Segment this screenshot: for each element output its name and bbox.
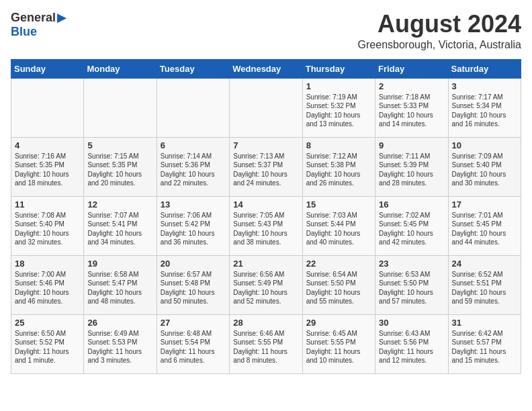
calendar-cell: 15Sunrise: 7:03 AM Sunset: 5:44 PM Dayli…	[302, 196, 375, 255]
calendar-cell: 18Sunrise: 7:00 AM Sunset: 5:46 PM Dayli…	[11, 255, 84, 314]
month-title: August 2024	[358, 11, 521, 38]
day-number: 9	[379, 140, 444, 150]
day-number: 29	[306, 318, 371, 328]
day-header-sunday: Sunday	[11, 59, 84, 78]
calendar-cell: 7Sunrise: 7:13 AM Sunset: 5:37 PM Daylig…	[230, 137, 302, 196]
day-number: 22	[306, 259, 371, 269]
day-number: 4	[15, 140, 80, 150]
logo-blue-text: Blue	[11, 25, 66, 39]
day-info: Sunrise: 6:54 AM Sunset: 5:50 PM Dayligh…	[306, 270, 371, 306]
calendar-cell: 25Sunrise: 6:50 AM Sunset: 5:52 PM Dayli…	[11, 314, 84, 373]
calendar-cell: 24Sunrise: 6:52 AM Sunset: 5:51 PM Dayli…	[448, 255, 521, 314]
day-number: 26	[87, 318, 152, 328]
calendar-cell	[157, 78, 229, 137]
day-info: Sunrise: 7:11 AM Sunset: 5:39 PM Dayligh…	[379, 152, 444, 188]
day-number: 16	[379, 199, 444, 210]
day-info: Sunrise: 7:09 AM Sunset: 5:40 PM Dayligh…	[452, 152, 517, 188]
calendar-cell: 4Sunrise: 7:16 AM Sunset: 5:35 PM Daylig…	[11, 137, 84, 196]
day-info: Sunrise: 7:19 AM Sunset: 5:32 PM Dayligh…	[306, 93, 371, 129]
day-info: Sunrise: 6:52 AM Sunset: 5:51 PM Dayligh…	[452, 270, 517, 306]
calendar-cell: 6Sunrise: 7:14 AM Sunset: 5:36 PM Daylig…	[157, 137, 229, 196]
calendar-cell: 13Sunrise: 7:06 AM Sunset: 5:42 PM Dayli…	[157, 196, 229, 255]
day-info: Sunrise: 7:03 AM Sunset: 5:44 PM Dayligh…	[306, 211, 371, 247]
day-number: 30	[379, 318, 444, 328]
day-info: Sunrise: 7:15 AM Sunset: 5:35 PM Dayligh…	[87, 152, 152, 188]
calendar-cell: 22Sunrise: 6:54 AM Sunset: 5:50 PM Dayli…	[302, 255, 375, 314]
day-header-wednesday: Wednesday	[230, 59, 302, 78]
calendar-cell: 12Sunrise: 7:07 AM Sunset: 5:41 PM Dayli…	[84, 196, 157, 255]
calendar-cell: 27Sunrise: 6:48 AM Sunset: 5:54 PM Dayli…	[157, 314, 229, 373]
day-info: Sunrise: 7:14 AM Sunset: 5:36 PM Dayligh…	[161, 152, 226, 188]
day-info: Sunrise: 7:16 AM Sunset: 5:35 PM Dayligh…	[15, 152, 80, 188]
calendar-cell: 28Sunrise: 6:46 AM Sunset: 5:55 PM Dayli…	[230, 314, 302, 373]
logo-icon	[57, 13, 66, 23]
day-info: Sunrise: 6:48 AM Sunset: 5:54 PM Dayligh…	[161, 329, 226, 365]
day-info: Sunrise: 6:56 AM Sunset: 5:49 PM Dayligh…	[233, 270, 298, 306]
week-row-3: 11Sunrise: 7:08 AM Sunset: 5:40 PM Dayli…	[11, 196, 521, 255]
calendar-cell: 29Sunrise: 6:45 AM Sunset: 5:55 PM Dayli…	[302, 314, 375, 373]
day-info: Sunrise: 6:57 AM Sunset: 5:48 PM Dayligh…	[161, 270, 226, 306]
calendar-header-row: SundayMondayTuesdayWednesdayThursdayFrid…	[11, 59, 521, 78]
calendar-cell: 2Sunrise: 7:18 AM Sunset: 5:33 PM Daylig…	[375, 78, 448, 137]
calendar-cell	[11, 78, 84, 137]
calendar-cell: 11Sunrise: 7:08 AM Sunset: 5:40 PM Dayli…	[11, 196, 84, 255]
calendar-cell: 10Sunrise: 7:09 AM Sunset: 5:40 PM Dayli…	[448, 137, 521, 196]
day-info: Sunrise: 6:53 AM Sunset: 5:50 PM Dayligh…	[379, 270, 444, 306]
calendar-cell: 9Sunrise: 7:11 AM Sunset: 5:39 PM Daylig…	[375, 137, 448, 196]
day-info: Sunrise: 7:07 AM Sunset: 5:41 PM Dayligh…	[87, 211, 152, 247]
day-number: 19	[87, 259, 152, 269]
day-number: 10	[452, 140, 517, 150]
calendar-cell: 16Sunrise: 7:02 AM Sunset: 5:45 PM Dayli…	[375, 196, 448, 255]
day-number: 27	[161, 318, 226, 328]
day-number: 11	[15, 199, 80, 210]
calendar-cell: 23Sunrise: 6:53 AM Sunset: 5:50 PM Dayli…	[375, 255, 448, 314]
day-number: 12	[87, 199, 152, 210]
day-header-saturday: Saturday	[448, 59, 521, 78]
day-info: Sunrise: 6:42 AM Sunset: 5:57 PM Dayligh…	[452, 329, 517, 365]
day-info: Sunrise: 7:00 AM Sunset: 5:46 PM Dayligh…	[15, 270, 80, 306]
day-number: 3	[452, 81, 517, 91]
day-number: 17	[452, 199, 517, 210]
day-number: 31	[452, 318, 517, 328]
calendar-cell: 19Sunrise: 6:58 AM Sunset: 5:47 PM Dayli…	[84, 255, 157, 314]
calendar-cell: 5Sunrise: 7:15 AM Sunset: 5:35 PM Daylig…	[84, 137, 157, 196]
day-number: 5	[87, 140, 152, 150]
day-info: Sunrise: 6:50 AM Sunset: 5:52 PM Dayligh…	[15, 329, 80, 365]
logo-general-text: General	[11, 11, 56, 24]
week-row-4: 18Sunrise: 7:00 AM Sunset: 5:46 PM Dayli…	[11, 255, 521, 314]
calendar-table: SundayMondayTuesdayWednesdayThursdayFrid…	[11, 59, 521, 374]
header: General Blue August 2024 Greensborough, …	[11, 11, 521, 51]
day-number: 28	[233, 318, 298, 328]
calendar-cell: 17Sunrise: 7:01 AM Sunset: 5:45 PM Dayli…	[448, 196, 521, 255]
day-number: 20	[161, 259, 226, 269]
calendar-cell: 20Sunrise: 6:57 AM Sunset: 5:48 PM Dayli…	[157, 255, 229, 314]
calendar-cell: 14Sunrise: 7:05 AM Sunset: 5:43 PM Dayli…	[230, 196, 302, 255]
day-number: 23	[379, 259, 444, 269]
day-number: 15	[306, 199, 371, 210]
week-row-5: 25Sunrise: 6:50 AM Sunset: 5:52 PM Dayli…	[11, 314, 521, 373]
day-number: 8	[306, 140, 371, 150]
day-number: 21	[233, 259, 298, 269]
day-header-friday: Friday	[375, 59, 448, 78]
day-number: 1	[306, 81, 371, 91]
day-number: 6	[161, 140, 226, 150]
calendar-cell: 30Sunrise: 6:43 AM Sunset: 5:56 PM Dayli…	[375, 314, 448, 373]
week-row-2: 4Sunrise: 7:16 AM Sunset: 5:35 PM Daylig…	[11, 137, 521, 196]
week-row-1: 1Sunrise: 7:19 AM Sunset: 5:32 PM Daylig…	[11, 78, 521, 137]
day-info: Sunrise: 7:17 AM Sunset: 5:34 PM Dayligh…	[452, 93, 517, 129]
day-number: 25	[15, 318, 80, 328]
day-number: 13	[161, 199, 226, 210]
day-info: Sunrise: 7:05 AM Sunset: 5:43 PM Dayligh…	[233, 211, 298, 247]
day-info: Sunrise: 7:02 AM Sunset: 5:45 PM Dayligh…	[379, 211, 444, 247]
day-info: Sunrise: 6:49 AM Sunset: 5:53 PM Dayligh…	[87, 329, 152, 365]
day-number: 14	[233, 199, 298, 210]
day-number: 7	[233, 140, 298, 150]
day-info: Sunrise: 7:12 AM Sunset: 5:38 PM Dayligh…	[306, 152, 371, 188]
day-number: 24	[452, 259, 517, 269]
calendar-cell: 21Sunrise: 6:56 AM Sunset: 5:49 PM Dayli…	[230, 255, 302, 314]
day-info: Sunrise: 6:43 AM Sunset: 5:56 PM Dayligh…	[379, 329, 444, 365]
logo: General Blue	[11, 11, 66, 39]
day-info: Sunrise: 7:08 AM Sunset: 5:40 PM Dayligh…	[15, 211, 80, 247]
day-info: Sunrise: 7:13 AM Sunset: 5:37 PM Dayligh…	[233, 152, 298, 188]
day-header-tuesday: Tuesday	[157, 59, 229, 78]
